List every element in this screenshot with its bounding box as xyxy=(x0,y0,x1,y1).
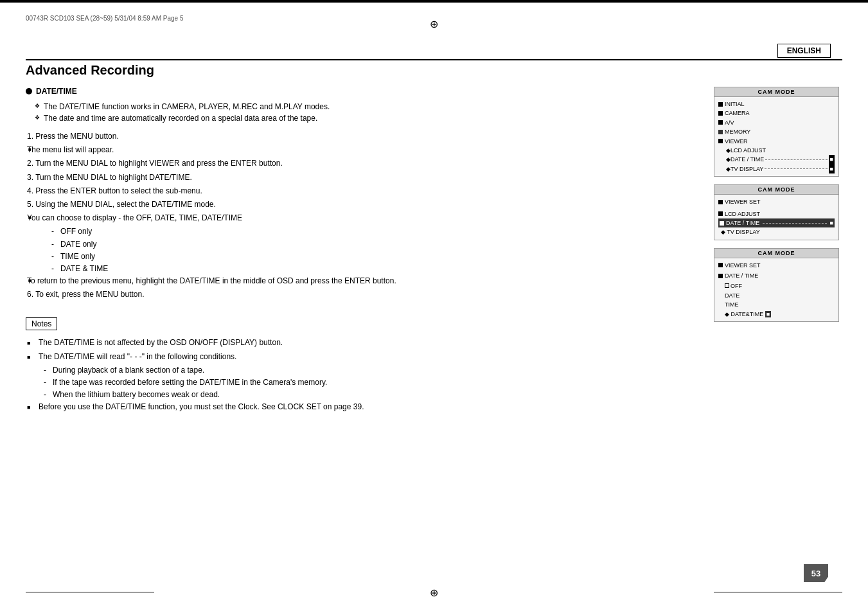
page-title: Advanced Recording xyxy=(26,63,842,78)
step-4: 4. Press the ENTER button to select the … xyxy=(26,185,701,197)
step-num: 2. xyxy=(27,159,35,168)
step-5: 5. Using the MENU DIAL, select the DATE/… xyxy=(26,199,701,211)
cam-item: INITIAL xyxy=(718,100,835,109)
note-2: The DATE/TIME will read "- - -" in the f… xyxy=(26,351,701,363)
bottom-line-right xyxy=(714,592,842,592)
top-divider xyxy=(26,59,842,60)
cam-sq xyxy=(718,111,723,116)
cam-sq xyxy=(718,263,723,267)
step-5-return: To return to the previous menu, highligh… xyxy=(26,275,701,287)
cam-sq xyxy=(718,102,723,107)
section-dot xyxy=(26,88,32,94)
step-text: Using the MENU DIAL, select the DATE/TIM… xyxy=(35,200,216,209)
cam-screen-3: CAM MODE VIEWER SET DATE / TIME OFF DATE… xyxy=(714,248,839,322)
intro-bullet-1: The DATE/TIME function works in CAMERA, … xyxy=(35,101,701,112)
dash-item-3: TIME only xyxy=(51,251,701,263)
cam-sq xyxy=(720,221,724,226)
notes-list: The DATE/TIME is not affected by the OSD… xyxy=(26,337,701,362)
intro-bullet-2: The date and time are automatically reco… xyxy=(35,112,701,124)
step-text: Turn the MENU DIAL to highlight DATE/TIM… xyxy=(35,173,192,182)
cam-subitem: ◆DATE / TIME ■ xyxy=(718,155,835,164)
cam-sq xyxy=(718,130,723,134)
cam-subitem: ◆LCD ADJUST xyxy=(718,146,835,155)
cam-item: DATE / TIME xyxy=(718,271,835,280)
step-5-sub: You can choose to display - the OFF, DAT… xyxy=(26,212,701,224)
cam-subitem: OFF xyxy=(718,281,835,290)
notes-list-2: Before you use the DATE/TIME function, y… xyxy=(26,401,701,413)
step-num: 5. xyxy=(27,200,35,209)
step-text: To exit, press the MENU button. xyxy=(35,290,144,299)
cam-sq xyxy=(718,200,723,204)
cam-screen-3-body: VIEWER SET DATE / TIME OFF DATE TIME ◆ D… xyxy=(714,258,838,321)
right-col: CAM MODE INITIAL CAMERA A/V MEMORY VIEWE… xyxy=(714,87,842,415)
cam-subitem: ◆TV DISPLAY ■ xyxy=(718,164,835,173)
notes-label: Notes xyxy=(26,317,57,330)
step-1: 1. Press the MENU button. xyxy=(26,130,701,143)
corner-mark-br xyxy=(0,2,868,3)
notes-dash-3: When the lithium battery becomes weak or… xyxy=(44,389,701,401)
cam-sq xyxy=(718,120,723,125)
cam-item: LCD ADJUST xyxy=(718,209,835,218)
steps-list: 1. Press the MENU button. The menu list … xyxy=(26,130,701,301)
cam-subitem: ◆ DATE&TIME ■ xyxy=(718,310,835,319)
cam-screen-1: CAM MODE INITIAL CAMERA A/V MEMORY VIEWE… xyxy=(714,87,839,177)
cam-subitem: TIME xyxy=(718,300,835,309)
page-number: 53 xyxy=(804,564,828,582)
step-5-dashes: OFF only DATE only TIME only DATE & TIME xyxy=(26,226,701,275)
cam-screen-2-header: CAM MODE xyxy=(714,185,838,195)
left-col: DATE/TIME The DATE/TIME function works i… xyxy=(26,87,701,415)
step-2: 2. Turn the MENU DIAL to highlight VIEWE… xyxy=(26,157,701,170)
notes-dash-1: During playback of a blank section of a … xyxy=(44,364,701,377)
main-content: Advanced Recording DATE/TIME The DATE/TI… xyxy=(26,63,842,587)
step-6: 6. To exit, press the MENU button. xyxy=(26,289,701,301)
step-1-sub: The menu list will appear. xyxy=(26,144,701,156)
bottom-line-left xyxy=(26,592,154,592)
step-text: Press the MENU button. xyxy=(35,132,118,141)
cam-subitem: DATE xyxy=(718,291,835,300)
cam-item: DATE / TIME ■ xyxy=(718,218,835,227)
cam-item: CAMERA xyxy=(718,109,835,118)
section-name: DATE/TIME xyxy=(36,87,77,96)
content-columns: DATE/TIME The DATE/TIME function works i… xyxy=(26,87,842,415)
dash-item-2: DATE only xyxy=(51,238,701,251)
header-meta: 00743R SCD103 SEA (28~59) 5/31/04 8:59 A… xyxy=(26,14,183,23)
section-header: DATE/TIME xyxy=(26,87,701,96)
notes-dash-2: If the tape was recorded before setting … xyxy=(44,377,701,389)
step-num: 6. xyxy=(27,290,35,299)
crosshair-bottom: ⊕ xyxy=(430,587,438,599)
cam-screen-2: CAM MODE VIEWER SET LCD ADJUST DATE / TI… xyxy=(714,184,839,240)
note-1: The DATE/TIME is not affected by the OSD… xyxy=(26,337,701,349)
cam-sq xyxy=(718,211,723,216)
step-num: 4. xyxy=(27,186,35,195)
cam-item: MEMORY xyxy=(718,127,835,136)
notes-section: Notes The DATE/TIME is not affected by t… xyxy=(26,312,701,413)
cam-item: A/V xyxy=(718,118,835,127)
english-badge: ENGLISH xyxy=(777,44,831,58)
crosshair-top: ⊕ xyxy=(430,18,438,30)
note-3: Before you use the DATE/TIME function, y… xyxy=(26,401,701,413)
cam-screen-1-header: CAM MODE xyxy=(714,87,838,97)
cam-screen-1-body: INITIAL CAMERA A/V MEMORY VIEWER ◆LCD AD… xyxy=(714,97,838,176)
cam-item: VIEWER SET xyxy=(718,197,835,206)
intro-bullets: The DATE/TIME function works in CAMERA, … xyxy=(26,101,701,124)
dash-item-1: OFF only xyxy=(51,226,701,238)
step-num: 3. xyxy=(27,173,35,182)
cam-screen-3-header: CAM MODE xyxy=(714,249,838,258)
dash-item-4: DATE & TIME xyxy=(51,263,701,275)
step-3: 3. Turn the MENU DIAL to highlight DATE/… xyxy=(26,172,701,184)
cam-item: VIEWER SET xyxy=(718,261,835,270)
cam-item: ◆ TV DISPLAY xyxy=(718,227,835,236)
notes-dashes: During playback of a blank section of a … xyxy=(26,364,701,402)
cam-item: VIEWER xyxy=(718,137,835,146)
cam-sq xyxy=(718,139,723,143)
step-text: Turn the MENU DIAL to highlight VIEWER a… xyxy=(35,159,283,168)
cam-sq xyxy=(718,274,723,278)
step-text: Press the ENTER button to select the sub… xyxy=(35,186,202,195)
cam-screen-2-body: VIEWER SET LCD ADJUST DATE / TIME ■ ◆ TV… xyxy=(714,195,838,240)
step-num: 1. xyxy=(27,132,35,141)
